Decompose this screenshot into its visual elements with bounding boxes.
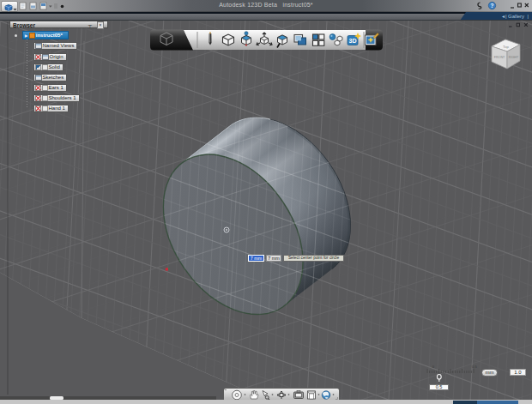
svg-text:3D: 3D (349, 38, 357, 44)
svg-text:0: 0 (432, 365, 435, 369)
svg-text:Top: Top (503, 45, 510, 49)
svg-text:FRONT: FRONT (494, 56, 505, 59)
svg-text:0.5: 0.5 (472, 365, 477, 369)
svg-text:RIGHT: RIGHT (509, 56, 519, 59)
